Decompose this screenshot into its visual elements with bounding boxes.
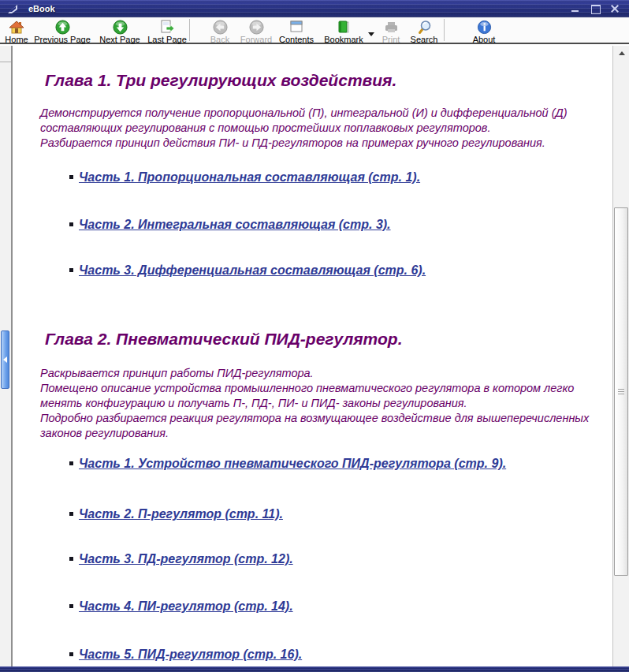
toc-link-ch2-part5[interactable]: Часть 5. ПИД-регулятор (стр. 16). <box>79 648 302 662</box>
print-icon <box>384 20 399 34</box>
main-area: Глава 1. Три регулирующих воздействия. Д… <box>0 46 629 666</box>
maximize-icon[interactable] <box>590 5 600 13</box>
bookmark-icon <box>337 20 351 34</box>
toc-item: Часть 4. ПИ-регулятор (стр. 14). <box>69 599 293 614</box>
toc-item: Часть 3. ПД-регулятор (стр. 12). <box>69 552 293 566</box>
bookmark-button[interactable]: Bookmark <box>321 17 367 43</box>
toc-link-ch1-part1[interactable]: Часть 1. Пропорциональная составляющая (… <box>79 170 420 185</box>
scrollbar-up-icon[interactable] <box>616 49 627 57</box>
back-label: Back <box>210 35 229 44</box>
previous-page-label: Previous Page <box>34 35 91 44</box>
toc-link-ch2-part1[interactable]: Часть 1. Устройство пневматического ПИД-… <box>79 457 506 471</box>
toc-link-ch1-part2[interactable]: Часть 2. Интегральная составляющая (стр.… <box>79 218 391 232</box>
description-line: Разбирается принцип действия ПИ- и ПД-ре… <box>40 136 592 151</box>
minimize-icon[interactable] <box>571 5 580 13</box>
sidebar-splitter-handle[interactable] <box>1 330 9 389</box>
chapter-1-description: Демонстрируется получение пропорциональн… <box>40 106 592 151</box>
next-page-button[interactable]: Next Page <box>98 17 142 43</box>
toolbar: Home Previous Page Next Page <box>0 17 629 44</box>
search-label: Search <box>411 35 438 44</box>
toc-item: Часть 3. Дифференциальная составляющая (… <box>69 263 426 278</box>
chapter-2-heading: Глава 2. Пневматический ПИД-регулятор. <box>45 330 403 349</box>
bottom-window-frame <box>0 666 629 672</box>
bookmark-label: Bookmark <box>324 35 363 44</box>
home-button[interactable]: Home <box>2 17 32 43</box>
toc-link-ch1-part3[interactable]: Часть 3. Дифференциальная составляющая (… <box>79 263 426 278</box>
description-line: Помещено описание устройства промышленно… <box>40 381 592 411</box>
toc-link-ch2-part4[interactable]: Часть 4. ПИ-регулятор (стр. 14). <box>79 599 293 614</box>
home-icon <box>9 20 24 34</box>
back-icon <box>213 20 228 34</box>
toc-item: Часть 2. П-регулятор (стр. 11). <box>69 507 283 521</box>
bullet-icon <box>69 461 73 465</box>
next-page-icon <box>113 20 128 34</box>
previous-page-button[interactable]: Previous Page <box>33 17 91 43</box>
description-line: Раскрывается принцип работы ПИД-регулято… <box>40 366 592 381</box>
bookmark-dropdown-icon[interactable] <box>367 17 376 43</box>
bullet-icon <box>69 604 73 608</box>
print-label: Print <box>382 35 400 44</box>
bullet-icon <box>69 557 73 561</box>
chapter-1-heading: Глава 1. Три регулирующих воздействия. <box>45 71 396 90</box>
about-label: About <box>473 35 496 44</box>
forward-label: Forward <box>240 35 272 44</box>
toc-item: Часть 1. Пропорциональная составляющая (… <box>69 170 420 185</box>
document-content: Глава 1. Три регулирующих воздействия. Д… <box>13 46 612 666</box>
forward-icon <box>249 20 264 34</box>
back-button: Back <box>206 17 234 43</box>
chapter-2-description: Раскрывается принцип работы ПИД-регулято… <box>40 366 592 441</box>
home-label: Home <box>5 35 28 44</box>
scrollbar-thumb[interactable] <box>614 207 628 576</box>
app-icon[interactable] <box>7 4 19 14</box>
previous-page-icon <box>55 20 70 34</box>
about-icon <box>477 20 492 34</box>
toc-item: Часть 2. Интегральная составляющая (стр.… <box>69 218 391 232</box>
gutter-divider <box>0 62 11 62</box>
toc-item: Часть 5. ПИД-регулятор (стр. 16). <box>69 648 302 662</box>
last-page-label: Last Page <box>147 35 187 44</box>
ebook-window: eBook Home <box>0 0 629 672</box>
about-button[interactable]: About <box>465 17 503 43</box>
bullet-icon <box>69 175 73 179</box>
description-line: Подробно разбирается реакция регулятора … <box>40 411 592 441</box>
toc-link-ch2-part3[interactable]: Часть 3. ПД-регулятор (стр. 12). <box>79 552 293 566</box>
contents-button[interactable]: Contents <box>277 17 316 43</box>
toolbar-separator <box>444 19 445 41</box>
window-title: eBook <box>28 4 571 13</box>
description-line: Демонстрируется получение пропорциональн… <box>40 106 592 136</box>
scrollbar-grip <box>618 389 624 395</box>
toolbar-separator <box>189 19 190 41</box>
search-button[interactable]: Search <box>406 17 442 43</box>
toc-link-ch2-part2[interactable]: Часть 2. П-регулятор (стр. 11). <box>79 507 283 521</box>
vertical-scrollbar[interactable] <box>612 46 629 666</box>
splitter-arrow-icon <box>3 357 7 363</box>
close-icon[interactable] <box>610 5 620 13</box>
bullet-icon <box>69 512 73 516</box>
next-page-label: Next Page <box>99 35 140 44</box>
last-page-icon <box>159 20 175 34</box>
titlebar[interactable]: eBook <box>0 0 629 17</box>
bullet-icon <box>69 222 73 226</box>
forward-button: Forward <box>239 17 274 43</box>
bullet-icon <box>69 268 73 272</box>
bullet-icon <box>69 652 73 656</box>
toc-item: Часть 1. Устройство пневматического ПИД-… <box>69 457 506 471</box>
search-icon <box>417 20 432 34</box>
last-page-button[interactable]: Last Page <box>147 17 188 43</box>
contents-label: Contents <box>279 35 314 44</box>
left-gutter <box>0 46 13 666</box>
print-button: Print <box>376 17 406 43</box>
contents-icon <box>288 20 304 34</box>
